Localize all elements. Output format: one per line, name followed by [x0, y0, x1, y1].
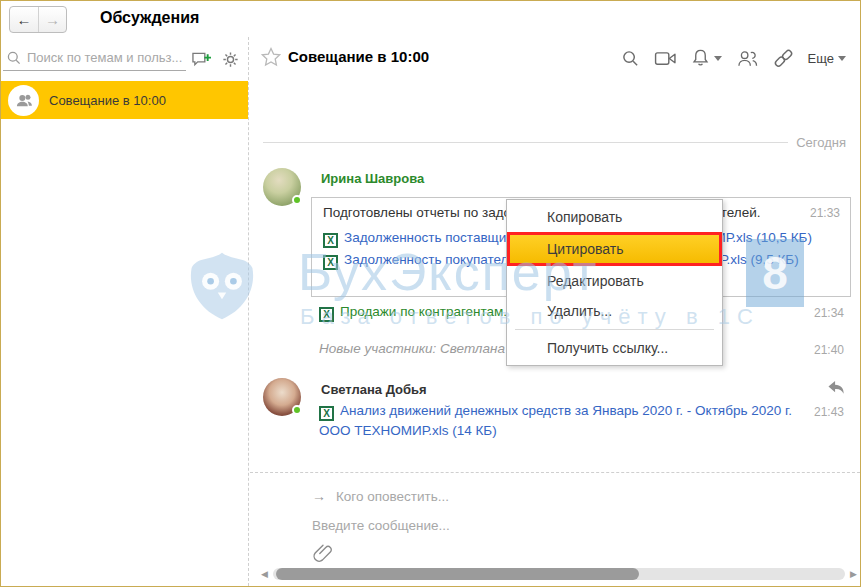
message-time: 21:43 [814, 405, 844, 419]
discussions-window: ← → Обсуждения Совещание в 10:00 [0, 0, 861, 587]
video-call-icon [654, 50, 677, 67]
discussions-sidebar: Совещание в 10:00 [1, 37, 249, 586]
date-divider: Сегодня [263, 135, 846, 150]
settings-button[interactable] [218, 47, 242, 71]
notifications-caret-icon [714, 56, 722, 61]
video-call-button[interactable] [654, 45, 677, 71]
avatar-svetlana [263, 378, 301, 416]
back-icon: ← [17, 11, 32, 28]
notifications-bell-icon [691, 48, 710, 68]
online-status-dot [292, 405, 302, 415]
menu-item-quote-highlighted[interactable]: Цитировать [507, 232, 722, 266]
notify-field[interactable]: → Кого оповестить... [312, 488, 449, 504]
reply-button[interactable] [827, 379, 846, 400]
excel-file-icon: X [323, 233, 338, 248]
menu-item-get-link[interactable]: Получить ссылку... [507, 333, 722, 363]
composer-divider [250, 472, 860, 473]
group-avatar-icon [14, 92, 34, 109]
star-icon [260, 46, 282, 68]
forward-icon: → [45, 11, 60, 28]
nav-buttons: ← → [9, 6, 67, 33]
excel-file-icon: X [323, 255, 338, 270]
settings-gear-icon [221, 50, 240, 69]
sidebar-toolbar [1, 43, 249, 73]
more-caret-icon [838, 56, 846, 61]
page-title: Обсуждения [100, 9, 199, 27]
new-discussion-icon [191, 50, 212, 69]
attach-file-button[interactable] [312, 542, 334, 568]
online-status-dot [292, 195, 302, 205]
menu-item-delete[interactable]: Удалить... [507, 296, 722, 326]
message-input[interactable]: Введите сообщение... [312, 518, 450, 533]
scrollbar-thumb[interactable] [276, 568, 639, 580]
more-button[interactable]: Еще [808, 45, 846, 71]
sidebar-item-discussion[interactable]: Совещание в 10:00 [1, 81, 248, 119]
menu-item-edit[interactable]: Редактировать [507, 266, 722, 296]
chat-header: Совещание в 10:00 Еще [250, 37, 860, 79]
chat-title: Совещание в 10:00 [288, 48, 429, 65]
notifications-button[interactable] [691, 45, 722, 71]
chat-search-button[interactable] [621, 45, 640, 71]
file-message[interactable]: XПродажи по контрагентам.xls [319, 304, 524, 322]
paperclip-icon [312, 542, 334, 564]
participants-icon [736, 49, 759, 68]
attachment-link[interactable]: XАнализ движений денежных средств за Янв… [319, 401, 819, 441]
file-link: Продажи по контрагентам.xls [340, 304, 524, 319]
scroll-left-icon[interactable]: ◀ [261, 569, 268, 579]
chat-toolbar: Еще [621, 45, 846, 71]
date-divider-label: Сегодня [796, 135, 846, 150]
excel-file-icon: X [319, 307, 334, 322]
search-box[interactable] [3, 45, 186, 71]
link-icon [773, 48, 794, 69]
get-link-button[interactable] [773, 45, 794, 71]
horizontal-scrollbar[interactable] [273, 568, 845, 580]
topbar: ← → Обсуждения [1, 1, 860, 37]
notify-placeholder: Кого оповестить... [336, 489, 449, 504]
avatar-irina [263, 168, 301, 206]
date-divider-line [263, 142, 788, 143]
message-time: 21:40 [814, 343, 844, 357]
excel-file-icon: X [319, 406, 334, 421]
search-input[interactable] [27, 47, 183, 68]
search-icon [6, 50, 22, 66]
more-button-label: Еще [808, 51, 834, 66]
reply-icon [827, 379, 846, 396]
message-time: 21:33 [810, 206, 840, 220]
chat-search-icon [621, 49, 640, 68]
scroll-right-icon[interactable]: ▶ [850, 569, 857, 579]
participants-button[interactable] [736, 45, 759, 71]
menu-separator [515, 329, 714, 330]
back-button[interactable]: ← [10, 7, 38, 32]
new-discussion-button[interactable] [189, 47, 213, 71]
group-avatar [8, 85, 39, 116]
attachment-name: Анализ движений денежных средств за Янва… [319, 403, 792, 438]
message-author[interactable]: Светлана Добья [321, 382, 427, 397]
sidebar-item-label: Совещание в 10:00 [49, 93, 166, 108]
context-menu: Копировать Цитировать Редактировать Удал… [506, 199, 723, 366]
forward-button[interactable]: → [38, 7, 66, 32]
menu-item-copy[interactable]: Копировать [507, 202, 722, 232]
message-author[interactable]: Ирина Шаврова [321, 171, 424, 186]
message-time: 21:34 [814, 306, 844, 320]
favorite-button[interactable] [260, 46, 282, 72]
notify-arrow-icon: → [312, 488, 326, 504]
